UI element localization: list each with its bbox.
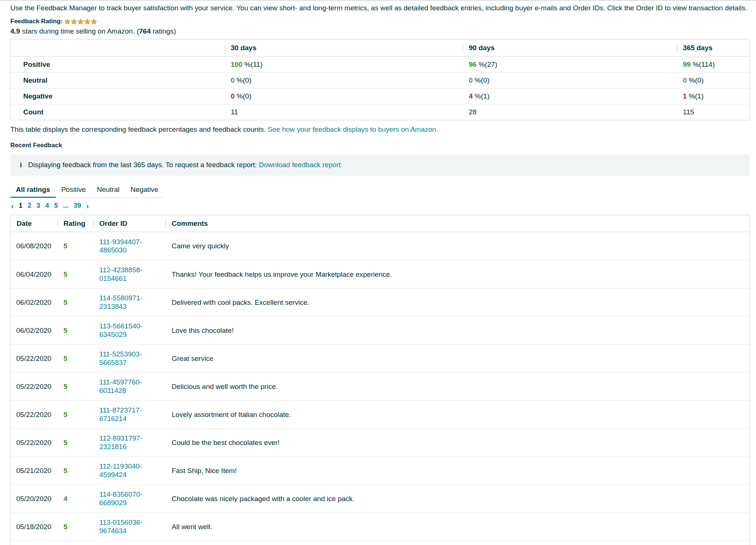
date-cell: 06/02/2020	[11, 316, 58, 344]
page-number[interactable]: 5	[54, 202, 58, 210]
order-id-link[interactable]: 113-0156036-9674634	[99, 518, 142, 535]
comment-cell: Love this chocolate!	[166, 316, 749, 344]
download-feedback-report-link[interactable]: Download feedback report	[259, 161, 341, 169]
summary-value-cell: 115	[677, 104, 749, 120]
rating-score-text: stars during time selling on Amazon. (	[20, 27, 139, 35]
date-cell: 05/22/2020	[11, 428, 58, 456]
summary-row-label: Negative	[11, 88, 225, 104]
order-id-link[interactable]: 111-4597760-6011428	[99, 378, 142, 395]
tab-all-ratings[interactable]: All ratings	[10, 183, 56, 197]
summary-caption: This table displays the corresponding fe…	[10, 125, 756, 134]
date-cell: 05/09/2020	[11, 541, 58, 545]
feedback-row: 05/20/20204114-8356070-6689029Chocolate …	[11, 484, 749, 513]
comment-cell: All went well.	[166, 513, 749, 541]
info-icon: i	[20, 161, 22, 169]
order-id-cell: 111-9394407-4865030	[93, 232, 166, 260]
pagination: ‹12345...39›	[11, 202, 756, 210]
ratings-count-suffix: ratings)	[151, 27, 176, 35]
page-top-divider	[0, 0, 756, 1]
order-id-cell: 112-1193040-4599424	[93, 456, 166, 484]
tab-positive[interactable]: Positive	[56, 183, 92, 197]
rating-cell: 5	[58, 400, 93, 428]
date-cell: 06/08/2020	[11, 232, 58, 260]
date-cell: 05/20/2020	[11, 484, 58, 513]
order-id-link[interactable]: 112-1193040-4599424	[99, 462, 142, 479]
rating-cell: 5	[58, 372, 93, 400]
feedback-row: 06/02/20205113-5661540-6345029Love this …	[11, 316, 749, 344]
rating-cell: 5	[58, 513, 93, 541]
feedback-col-comments: Comments	[166, 215, 749, 232]
summary-table-body: Positive100 %(11)96 %(27)99 %(114)Neutra…	[11, 56, 749, 120]
order-id-link[interactable]: 111-9394407-4865030	[99, 238, 142, 255]
page-ellipsis: ...	[63, 202, 69, 210]
order-id-link[interactable]: 114-5580971-2313843	[99, 294, 142, 311]
rating-cell: 5	[58, 344, 93, 372]
order-id-link[interactable]: 112-8931797-2321816	[99, 434, 142, 451]
feedback-row: 05/22/20205112-8931797-2321816Could be t…	[11, 428, 749, 456]
order-id-cell: 111-4597760-6011428	[93, 372, 166, 400]
feedback-row: 05/09/20205114-4614064-8965021Delicious!…	[11, 541, 749, 545]
summary-value-cell: 96 %(27)	[463, 56, 677, 72]
order-id-cell: 111-8723717-6716214	[93, 400, 166, 428]
date-cell: 06/02/2020	[11, 288, 58, 316]
feedback-row: 05/21/20205112-1193040-4599424Fast Ship,…	[11, 456, 749, 484]
prev-page-button[interactable]: ‹	[11, 202, 14, 210]
next-page-button[interactable]: ›	[86, 202, 89, 210]
feedback-row: 06/08/20205111-9394407-4865030Came very …	[11, 232, 749, 260]
feedback-row: 05/22/20205111-8723717-6716214Lovely ass…	[11, 400, 749, 428]
summary-col-365-days: 365 days	[677, 39, 749, 56]
order-id-cell: 113-0156036-9674634	[93, 513, 166, 541]
star-icon	[84, 18, 90, 25]
comment-cell: Thanks! Your feedback helps us improve y…	[166, 260, 749, 288]
summary-value-cell: 4 %(1)	[463, 88, 677, 104]
page-number[interactable]: 2	[28, 202, 31, 210]
order-id-link[interactable]: 112-4238858-0154661	[99, 266, 142, 283]
page-number-current: 1	[19, 202, 23, 210]
order-id-cell: 113-5661540-6345029	[93, 316, 166, 344]
summary-value-cell: 0 %(0)	[225, 72, 463, 88]
order-id-cell: 114-5580971-2313843	[93, 288, 166, 316]
order-id-cell: 112-4238858-0154661	[93, 260, 166, 288]
summary-col-30-days: 30 days	[225, 39, 463, 56]
rating-cell: 5	[58, 456, 93, 484]
comment-cell: Delicious! Asked for more hazelnut and g…	[166, 541, 749, 545]
order-id-link[interactable]: 111-5253903-5665837	[99, 350, 142, 367]
comment-cell: Fast Ship, Nice Item!	[166, 456, 749, 484]
order-id-link[interactable]: 113-5661540-6345029	[99, 322, 142, 339]
summary-value-cell: 1 %(1)	[677, 88, 749, 104]
rating-cell: 4	[58, 484, 93, 513]
feedback-tabs: All ratingsPositiveNeutralNegative	[10, 183, 164, 198]
comment-cell: Could be the best chocolates ever!	[166, 428, 749, 456]
order-id-cell: 111-5253903-5665837	[93, 344, 166, 372]
page-number[interactable]: 39	[74, 202, 81, 210]
summary-value-cell: 0 %(0)	[225, 88, 463, 104]
order-id-link[interactable]: 111-8723717-6716214	[99, 406, 142, 423]
feedback-summary-table: 30 days90 days365 days Positive100 %(11)…	[10, 39, 750, 120]
order-id-cell: 114-8356070-6689029	[93, 484, 166, 513]
date-cell: 06/04/2020	[11, 260, 58, 288]
comment-cell: Chocolate was nicely packaged with a coo…	[166, 484, 749, 513]
summary-row-label: Neutral	[11, 72, 225, 88]
order-id-link[interactable]: 114-8356070-6689029	[99, 490, 142, 507]
comment-cell: Came very quickly	[166, 232, 749, 260]
star-icon	[71, 18, 77, 25]
date-cell: 05/22/2020	[11, 400, 58, 428]
feedback-table-head: DateRatingOrder IDComments	[11, 215, 749, 232]
page-number[interactable]: 4	[45, 202, 49, 210]
see-feedback-link[interactable]: See how your feedback displays to buyers…	[268, 125, 438, 133]
ratings-count: 764	[139, 27, 151, 35]
summary-row-negative: Negative0 %(0)4 %(1)1 %(1)	[11, 88, 749, 104]
recent-feedback-table: DateRatingOrder IDComments 06/08/2020511…	[10, 215, 750, 545]
feedback-col-rating: Rating	[58, 215, 93, 232]
recent-feedback-heading: Recent Feedback	[10, 142, 756, 149]
tab-neutral[interactable]: Neutral	[91, 183, 125, 197]
star-icon	[91, 18, 97, 25]
order-id-cell: 114-4614064-8965021	[93, 541, 166, 545]
tab-negative[interactable]: Negative	[125, 183, 164, 197]
comment-cell: Delivered with cool packs. Excellent ser…	[166, 288, 749, 316]
rating-cell: 5	[58, 260, 93, 288]
rating-stars	[64, 18, 97, 25]
date-cell: 05/22/2020	[11, 344, 58, 372]
order-id-cell: 112-8931797-2321816	[93, 428, 166, 456]
page-number[interactable]: 3	[37, 202, 40, 210]
